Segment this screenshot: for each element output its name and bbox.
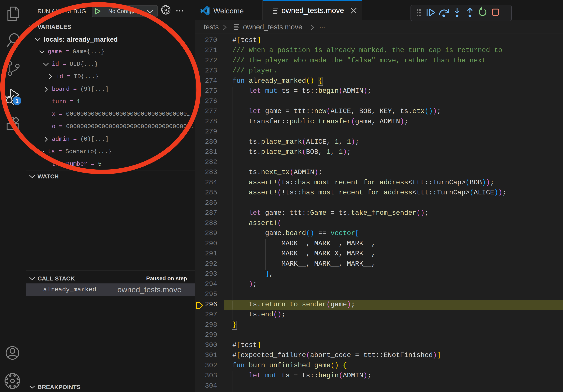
svg-text:1: 1 — [15, 98, 19, 104]
